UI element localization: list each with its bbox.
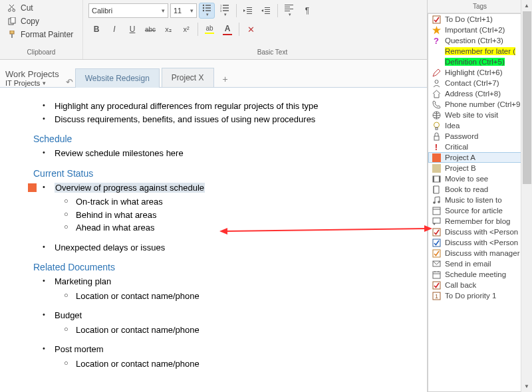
tag-item-discuss-with-person[interactable]: Discuss with <Person	[428, 227, 531, 237]
blog-icon	[432, 217, 441, 226]
list-item[interactable]: Location or contact name/phone	[55, 290, 402, 303]
svg-rect-5	[11, 34, 13, 38]
scroll-up-button[interactable]: ▲	[521, 0, 532, 11]
tag-item-project-a[interactable]: Project A	[428, 152, 531, 163]
tag-item-remember-for-blog[interactable]: Remember for blog	[428, 216, 531, 227]
svg-rect-34	[436, 128, 438, 130]
bullets-button[interactable]: ▾	[199, 3, 215, 19]
tag-item-music-to-listen-to[interactable]: Music to listen to	[428, 195, 531, 205]
notebook-selector[interactable]: Work Projects IT Projects▾	[5, 69, 59, 87]
prev-page-icon[interactable]: ↶	[66, 77, 73, 87]
svg-rect-4	[10, 31, 14, 34]
tab-project-x[interactable]: Project X	[162, 68, 214, 87]
svg-rect-25	[265, 13, 270, 14]
outdent-button[interactable]	[240, 3, 256, 19]
tag-item-discuss-with-person[interactable]: Discuss with <Person	[428, 237, 531, 248]
list-item[interactable]: Budget Location or contact name/phone	[33, 309, 402, 336]
tag-item-question-ctrl-3[interactable]: ?Question (Ctrl+3)	[428, 35, 531, 46]
tag-item-highlight-ctrl-6[interactable]: Highlight (Ctrl+6)	[428, 67, 531, 78]
list-item-tagged[interactable]: Overview of progress against schedule On…	[33, 181, 402, 235]
scroll-down-button[interactable]: ▼	[521, 381, 532, 392]
tag-item-phone-number-ctrl-9[interactable]: Phone number (Ctrl+9	[428, 99, 531, 110]
tag-item-discuss-with-manager[interactable]: Discuss with manager	[428, 248, 531, 258]
page-content[interactable]: Highlight any procedural differences fro…	[0, 88, 415, 392]
tag-item-web-site-to-visit[interactable]: Web site to visit	[428, 110, 531, 120]
list-item[interactable]: Location or contact name/phone	[55, 324, 402, 337]
list-item[interactable]: On-track in what areas	[55, 195, 402, 209]
numbering-button[interactable]: 123▾	[217, 3, 233, 19]
tag-item-to-do-ctrl-1[interactable]: To Do (Ctrl+1)	[428, 14, 531, 25]
list-item[interactable]: Ahead in what areas	[55, 221, 402, 235]
bold-button[interactable]: B	[88, 21, 104, 37]
tag-item-call-back[interactable]: Call back	[428, 280, 531, 290]
page-nav[interactable]: ↶	[66, 77, 73, 87]
svg-rect-44	[433, 218, 440, 223]
svg-rect-49	[433, 272, 440, 278]
tab-website-redesign[interactable]: Website Redesign	[75, 68, 160, 88]
tag-item-important-ctrl-2[interactable]: Important (Ctrl+2)	[428, 25, 531, 35]
superscript-button[interactable]: x²	[178, 21, 194, 37]
chevron-down-icon: ▾	[43, 80, 46, 86]
highlight-button[interactable]: ab	[201, 21, 217, 37]
font-color-icon	[223, 34, 232, 35]
scroll-thumb[interactable]	[523, 11, 531, 184]
subscript-button[interactable]: x₂	[160, 21, 176, 37]
svg-point-33	[434, 122, 439, 128]
square-orange-icon	[432, 153, 441, 162]
scrollbar[interactable]: ▲ ▼	[521, 0, 532, 392]
format-painter-button[interactable]: Format Painter	[4, 28, 78, 41]
tag-item-schedule-meeting[interactable]: Schedule meeting	[428, 269, 531, 280]
indent-button[interactable]	[258, 3, 274, 19]
square-tan-icon	[432, 163, 441, 173]
list-item[interactable]: Highlight any procedural differences fro…	[33, 100, 402, 113]
list-item[interactable]: Location or contact name/phone	[55, 357, 402, 371]
tag-item-contact-ctrl-7[interactable]: Contact (Ctrl+7)	[428, 78, 531, 88]
pen-icon	[432, 68, 441, 77]
tag-item-password[interactable]: Password	[428, 131, 531, 142]
paragraph-mark-button[interactable]: ¶	[299, 3, 315, 19]
list-item[interactable]: Behind in what areas	[55, 209, 402, 222]
font-color-button[interactable]: A	[219, 21, 235, 37]
tag-item-definition-ctrl-5[interactable]: Definition (Ctrl+5)	[428, 56, 531, 67]
list-item[interactable]: Discuss requirements, benefits, and issu…	[33, 113, 402, 126]
chevron-down-icon: ▾	[190, 7, 194, 14]
movie-icon	[432, 174, 441, 183]
checkbox-orange-icon	[432, 248, 441, 258]
section-heading-related[interactable]: Related Documents	[33, 262, 402, 272]
list-item[interactable]: Review schedule milestones here	[33, 147, 402, 160]
tag-item-to-do-priority-1[interactable]: 1To Do priority 1	[428, 290, 531, 301]
svg-rect-23	[265, 9, 270, 10]
bulb-icon	[432, 121, 441, 130]
tag-item-idea[interactable]: Idea	[428, 120, 531, 131]
tag-item-project-b[interactable]: Project B	[428, 163, 531, 173]
svg-rect-15	[223, 7, 229, 8]
lock-icon	[432, 132, 441, 141]
section-heading-status[interactable]: Current Status	[33, 168, 402, 179]
strike-button[interactable]: abc	[142, 21, 158, 37]
svg-rect-46	[433, 239, 440, 246]
copy-button[interactable]: Copy	[4, 15, 78, 28]
paintbrush-icon	[7, 30, 18, 39]
italic-button[interactable]: I	[106, 21, 122, 37]
list-item[interactable]: Post mortem Location or contact name/pho…	[33, 343, 402, 370]
align-button[interactable]: ▾	[281, 3, 297, 19]
add-tab-button[interactable]: +	[216, 71, 235, 87]
tag-item-movie-to-see[interactable]: Movie to see	[428, 173, 531, 184]
tag-item-remember-for-later[interactable]: Remember for later (	[428, 46, 531, 56]
tag-item-source-for-article[interactable]: Source for article	[428, 205, 531, 216]
list-item[interactable]: Unexpected delays or issues	[33, 241, 402, 254]
tag-item-book-to-read[interactable]: Book to read	[428, 184, 531, 195]
section-heading-schedule[interactable]: Schedule	[33, 134, 402, 144]
basic-text-label: Basic Text	[87, 47, 458, 58]
font-name-select[interactable]: Calibri▾	[88, 3, 168, 18]
underline-button[interactable]: U	[124, 21, 140, 37]
tag-item-address-ctrl-8[interactable]: Address (Ctrl+8)	[428, 88, 531, 99]
tags-list[interactable]: To Do (Ctrl+1)Important (Ctrl+2)?Questio…	[428, 13, 532, 392]
font-size-select[interactable]: 11▾	[170, 3, 197, 18]
clear-format-button[interactable]: ✕	[243, 21, 259, 37]
music-icon	[432, 195, 441, 205]
cut-button[interactable]: Cut	[4, 1, 78, 15]
tag-item-send-in-email[interactable]: Send in email	[428, 258, 531, 269]
list-item[interactable]: Marketing plan Location or contact name/…	[33, 275, 402, 302]
tag-item-critical[interactable]: !Critical	[428, 142, 531, 152]
